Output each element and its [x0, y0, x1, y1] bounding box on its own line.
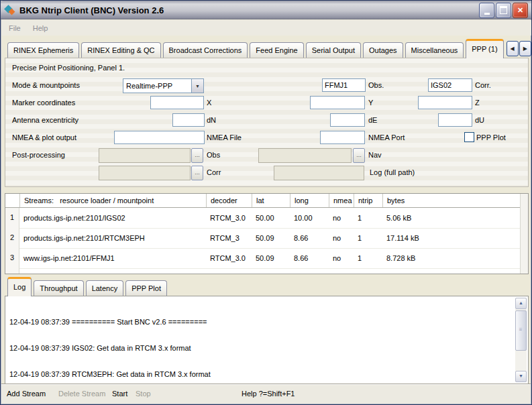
post-corr-browse-button[interactable]: ...: [191, 166, 203, 180]
post-obs-label: Obs: [207, 151, 220, 159]
post-nav-browse-button[interactable]: ...: [353, 148, 365, 163]
mode-dropdown[interactable]: Realtime-PPP ▼: [123, 78, 204, 93]
ppp-plot-checkbox[interactable]: [464, 132, 474, 142]
obs-mountpoint-field[interactable]: [322, 78, 366, 92]
cell-bytes: 5.06 kB: [382, 208, 528, 229]
tab-ppp-plot[interactable]: PPP Plot: [125, 280, 167, 296]
cell-lat: 50.09: [252, 248, 290, 269]
tab-serial-output[interactable]: Serial Output: [306, 42, 361, 58]
antenna-de-field[interactable]: [330, 113, 365, 127]
window-controls: ✕: [479, 3, 528, 18]
tab-scroll-right-button[interactable]: ▶: [519, 41, 531, 56]
table-row[interactable]: 1 products.igs-ip.net:2101/IGS02 RTCM_3.…: [5, 208, 528, 228]
action-bar: Add Stream Delete Stream Start Stop Help…: [1, 384, 531, 404]
tab-rinex-editing-qc[interactable]: RINEX Editing & QC: [81, 42, 160, 58]
streams-table-header: Streams: resource loader / mountpoint de…: [5, 194, 528, 208]
tab-throughput[interactable]: Throughput: [34, 280, 83, 296]
post-nav-label: Nav: [368, 151, 382, 159]
table-row[interactable]: 2 products.igs-ip.net:2101/RTCM3EPH RTCM…: [5, 228, 528, 248]
marker-z-field[interactable]: [418, 96, 472, 109]
scroll-down-button[interactable]: ▼: [515, 371, 527, 382]
log-line: 12-04-19 08:37:39 ========== Start BNC v…: [9, 318, 525, 327]
title-bar[interactable]: BKG Ntrip Client (BNC) Version 2.6 ✕: [1, 1, 531, 19]
cell-lat: 50.00: [252, 208, 290, 229]
cell-long: 10.00: [290, 208, 329, 229]
tab-rinex-ephemeris[interactable]: RINEX Ephemeris: [7, 42, 79, 58]
tab-feed-engine[interactable]: Feed Engine: [250, 42, 303, 58]
streams-table: Streams: resource loader / mountpoint de…: [5, 193, 529, 274]
header-ntrip: ntrip: [354, 194, 382, 207]
marker-y-field[interactable]: [310, 96, 365, 109]
tab-log[interactable]: Log: [7, 277, 32, 296]
mode-dropdown-value: Realtime-PPP: [123, 82, 191, 90]
header-mountpoint: Streams: resource loader / mountpoint: [19, 194, 206, 207]
antenna-label: Antenna excentricity: [12, 116, 78, 124]
header-decoder: decoder: [206, 194, 252, 207]
menu-file[interactable]: File: [3, 23, 26, 34]
z-label: Z: [475, 99, 480, 107]
tab-scroll-left-button[interactable]: ◀: [507, 41, 519, 56]
cell-bytes: 17.114 kB: [382, 228, 528, 249]
ppp-plot-label: PPP Plot: [476, 133, 506, 141]
row-number: 1: [5, 208, 19, 229]
cell-ntrip: 1: [354, 248, 382, 269]
tab-outages[interactable]: Outages: [363, 42, 403, 58]
tab-miscellaneous[interactable]: Miscellaneous: [405, 42, 464, 58]
maximize-icon: [500, 6, 507, 14]
tab-ppp-1[interactable]: PPP (1): [466, 39, 503, 58]
du-label: dU: [475, 116, 484, 124]
bottom-tab-bar: Log Throughput Latency PPP Plot: [5, 278, 529, 296]
close-icon: ✕: [517, 7, 523, 14]
menu-help[interactable]: Help: [28, 23, 54, 34]
post-nav-field: [258, 148, 352, 163]
header-lat: lat: [252, 194, 290, 207]
cell-bytes: 8.728 kB: [382, 248, 528, 269]
log-line: 12-04-19 08:37:39 RTCM3EPH: Get data in …: [9, 370, 525, 379]
post-processing-label: Post-processing: [12, 151, 65, 159]
marker-x-field[interactable]: [150, 96, 204, 109]
cell-nmea: no: [329, 228, 354, 249]
log-line: 12-04-19 08:37:39 IGS02: Get data in RTC…: [9, 344, 525, 353]
header-nmea: nmea: [329, 194, 354, 207]
app-window: BKG Ntrip Client (BNC) Version 2.6 ✕ Fil…: [0, 0, 532, 405]
tab-broadcast-corrections[interactable]: Broadcast Corrections: [163, 42, 248, 58]
post-corr-label: Corr: [207, 168, 221, 176]
cell-nmea: no: [329, 248, 354, 269]
mode-label: Mode & mountpoints: [12, 81, 80, 89]
antenna-du-field[interactable]: [438, 113, 472, 127]
log-scrollbar[interactable]: ▲ ≡ ▼: [515, 298, 527, 382]
table-scrollbar-track[interactable]: [520, 194, 528, 274]
corr-label: Corr.: [475, 81, 491, 89]
cell-ntrip: 1: [354, 228, 382, 249]
nmea-port-field[interactable]: [320, 131, 365, 144]
table-row[interactable]: 3 www.igs-ip.net:2101/FFMJ1 RTCM_3.0 50.…: [5, 248, 528, 268]
minimize-button[interactable]: [479, 3, 494, 18]
help-shortcut-label[interactable]: Help ?=Shift+F1: [242, 390, 295, 398]
ppp-panel: Precise Point Positioning, Panel 1. Mode…: [5, 58, 529, 187]
antenna-dn-field[interactable]: [172, 113, 205, 127]
add-stream-button[interactable]: Add Stream: [7, 390, 46, 398]
dn-label: dN: [207, 116, 216, 124]
header-rownum: [5, 194, 19, 207]
table-filler-row: [5, 268, 528, 274]
scrollbar-thumb[interactable]: ≡: [515, 310, 527, 351]
log-view[interactable]: 12-04-19 08:37:39 ========== Start BNC v…: [5, 296, 529, 384]
cell-mountpoint: www.igs-ip.net:2101/FFMJ1: [19, 248, 206, 269]
post-obs-browse-button[interactable]: ...: [191, 148, 203, 163]
de-label: dE: [368, 116, 377, 124]
chevron-right-icon: ▶: [523, 46, 527, 52]
log-text: 12-04-19 08:37:39 ========== Start BNC v…: [5, 296, 528, 384]
close-button[interactable]: ✕: [513, 3, 528, 18]
scroll-up-button[interactable]: ▲: [515, 298, 527, 309]
panel-caption: Precise Point Positioning, Panel 1.: [12, 64, 125, 72]
post-log-field: [274, 166, 364, 180]
chevron-up-icon: ▲: [519, 300, 523, 305]
start-button[interactable]: Start: [112, 390, 127, 398]
maximize-button[interactable]: [496, 3, 511, 18]
corr-mountpoint-field[interactable]: [428, 78, 472, 92]
nmea-file-label: NMEA File: [207, 133, 242, 141]
tab-latency[interactable]: Latency: [86, 280, 124, 296]
nmea-file-field[interactable]: [114, 131, 205, 144]
app-icon: [5, 5, 15, 15]
y-label: Y: [368, 99, 373, 107]
